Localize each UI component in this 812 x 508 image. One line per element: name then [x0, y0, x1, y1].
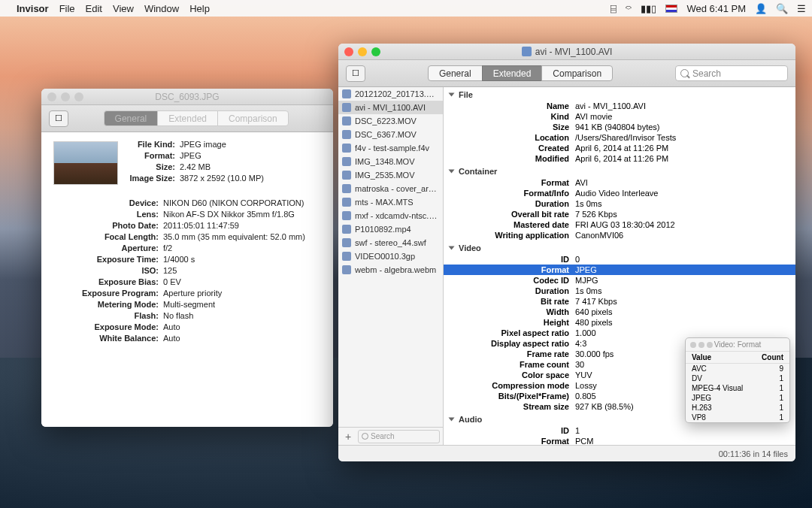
- value: FRI AUG 03 18:30:04 2012: [575, 220, 795, 229]
- label: Bits/(Pixel*Frame): [444, 392, 575, 401]
- detail-row[interactable]: FormatPCM: [444, 436, 795, 445]
- spotlight-icon[interactable]: 🔍: [776, 3, 788, 14]
- tab-comparison[interactable]: Comparison: [541, 65, 613, 81]
- value: f/2: [163, 243, 324, 252]
- popup-row[interactable]: MPEG-4 Visual1: [686, 383, 789, 393]
- value: 3872 x 2592 (10.0 MP): [180, 174, 324, 183]
- file-item[interactable]: matroska - cover_art.mkv: [338, 182, 443, 195]
- clock[interactable]: Wed 6:41 PM: [686, 3, 746, 14]
- label: Image Size:: [126, 174, 180, 183]
- file-item[interactable]: P1010892.mp4: [338, 222, 443, 236]
- value: H.263: [692, 404, 761, 412]
- menu-help[interactable]: Help: [189, 3, 210, 14]
- detail-row[interactable]: ID1: [444, 425, 795, 436]
- tab-extended[interactable]: Extended: [157, 110, 218, 126]
- detail-row[interactable]: Format/InfoAudio Video Interleave: [444, 188, 795, 198]
- menu-window[interactable]: Window: [144, 3, 179, 14]
- file-item[interactable]: swf - stereo_44.swf: [338, 236, 443, 249]
- file-item[interactable]: DSC_6223.MOV: [338, 114, 443, 128]
- tab-general[interactable]: General: [428, 65, 483, 81]
- file-item[interactable]: 20121202_201713.mp4: [338, 87, 443, 101]
- value: 941 KB (940804 bytes): [575, 122, 795, 132]
- airplay-icon[interactable]: ⌸: [611, 3, 617, 14]
- detail-row[interactable]: Codec IDMJPG: [444, 275, 795, 286]
- file-item[interactable]: IMG_1348.MOV: [338, 155, 443, 168]
- sidebar-toggle-button[interactable]: ☐: [346, 65, 365, 82]
- section-header[interactable]: File: [444, 87, 795, 101]
- tab-group: General Extended Comparison: [428, 65, 613, 81]
- add-button[interactable]: +: [341, 431, 355, 443]
- detail-row[interactable]: Location/Users/Shared/Invisor Tests: [444, 132, 795, 143]
- app-name[interactable]: Invisor: [17, 3, 49, 14]
- detail-row[interactable]: CreatedApril 6, 2014 at 11:26 PM: [444, 143, 795, 153]
- detail-row[interactable]: Nameavi - MVI_1100.AVI: [444, 101, 795, 111]
- detail-row[interactable]: FormatAVI: [444, 177, 795, 188]
- value: 1/4000 s: [163, 255, 324, 264]
- traffic-lights[interactable]: [344, 47, 380, 56]
- file-item[interactable]: avi - MVI_1100.AVI: [338, 101, 443, 114]
- popup-row[interactable]: H.2631: [686, 403, 789, 413]
- tab-extended[interactable]: Extended: [482, 65, 543, 81]
- detail-row[interactable]: Overall bit rate7 526 Kbps: [444, 209, 795, 219]
- popup-row[interactable]: VP81: [686, 413, 789, 422]
- detail-row[interactable]: Height480 pixels: [444, 317, 795, 328]
- battery-icon[interactable]: ▮▮▯: [641, 3, 656, 14]
- value: 7 417 Kbps: [575, 297, 795, 306]
- popup-titlebar[interactable]: Video: Format: [686, 338, 789, 352]
- menu-file[interactable]: File: [59, 3, 75, 14]
- detail-row[interactable]: FormatJPEG: [444, 265, 795, 275]
- tab-comparison[interactable]: Comparison: [217, 110, 289, 126]
- value: Aperture priority: [163, 289, 324, 298]
- file-item[interactable]: VIDEO0010.3gp: [338, 249, 443, 263]
- menu-view[interactable]: View: [113, 3, 134, 14]
- section-header[interactable]: Container: [444, 164, 795, 177]
- titlebar[interactable]: avi - MVI_1100.AVI: [338, 44, 795, 60]
- detail-row[interactable]: Size941 KB (940804 bytes): [444, 122, 795, 132]
- popup-row[interactable]: AVC9: [686, 364, 789, 373]
- traffic-lights[interactable]: [47, 92, 83, 101]
- detail-row[interactable]: Duration1s 0ms: [444, 198, 795, 209]
- label: Frame count: [444, 360, 575, 369]
- count: 1: [761, 374, 783, 383]
- detail-row[interactable]: Pixel aspect ratio1.000: [444, 328, 795, 338]
- detail-row[interactable]: KindAVI movie: [444, 111, 795, 122]
- input-flag-icon[interactable]: [665, 5, 677, 13]
- file-item[interactable]: IMG_2535.MOV: [338, 168, 443, 182]
- popup-row[interactable]: DV1: [686, 373, 789, 383]
- sidebar-bottom: + Search: [338, 427, 443, 445]
- user-icon[interactable]: 👤: [755, 3, 767, 14]
- detail-row[interactable]: Writing applicationCanonMVI06: [444, 230, 795, 240]
- value: 0: [575, 255, 795, 264]
- detail-row[interactable]: Bit rate7 417 Kbps: [444, 296, 795, 307]
- detail-row[interactable]: ModifiedApril 6, 2014 at 11:26 PM: [444, 153, 795, 164]
- value: April 6, 2014 at 11:26 PM: [575, 154, 795, 163]
- menu-edit[interactable]: Edit: [86, 3, 102, 14]
- sidebar-toggle-button[interactable]: ☐: [49, 110, 68, 127]
- label: Name: [444, 101, 575, 110]
- detail-row[interactable]: Width640 pixels: [444, 307, 795, 317]
- meta-row: Photo Date:2011:05:01 11:47:59: [50, 219, 324, 231]
- file-item[interactable]: DSC_6367.MOV: [338, 128, 443, 141]
- detail-row[interactable]: Duration1s 0ms: [444, 286, 795, 296]
- search-input[interactable]: Search: [675, 65, 788, 81]
- label: Frame rate: [444, 349, 575, 358]
- titlebar[interactable]: DSC_6093.JPG: [41, 89, 333, 105]
- section-header[interactable]: Video: [444, 240, 795, 254]
- file-item[interactable]: webm - algebra.webm: [338, 263, 443, 277]
- file-item[interactable]: mts - MAX.MTS: [338, 195, 443, 209]
- wifi-icon[interactable]: ⌔: [626, 3, 632, 14]
- label: Format: [444, 265, 575, 274]
- popup-video-format[interactable]: Video: Format Value Count AVC9DV1MPEG-4 …: [685, 337, 790, 423]
- tab-general[interactable]: General: [104, 110, 159, 126]
- detail-row[interactable]: ID0: [444, 254, 795, 265]
- sidebar-search-input[interactable]: Search: [358, 430, 440, 443]
- popup-row[interactable]: JPEG1: [686, 393, 789, 403]
- file-item[interactable]: f4v - test-sample.f4v: [338, 141, 443, 155]
- summary-row: Size:2.42 MB: [126, 161, 324, 172]
- file-list[interactable]: 20121202_201713.mp4avi - MVI_1100.AVIDSC…: [338, 87, 443, 427]
- detail-row[interactable]: Mastered dateFRI AUG 03 18:30:04 2012: [444, 219, 795, 230]
- file-item[interactable]: mxf - xdcamdv-ntsc.mxf: [338, 209, 443, 222]
- notif-icon[interactable]: ☰: [797, 3, 806, 14]
- thumbnail-image: [53, 141, 118, 185]
- label: Exposure Time:: [50, 255, 163, 264]
